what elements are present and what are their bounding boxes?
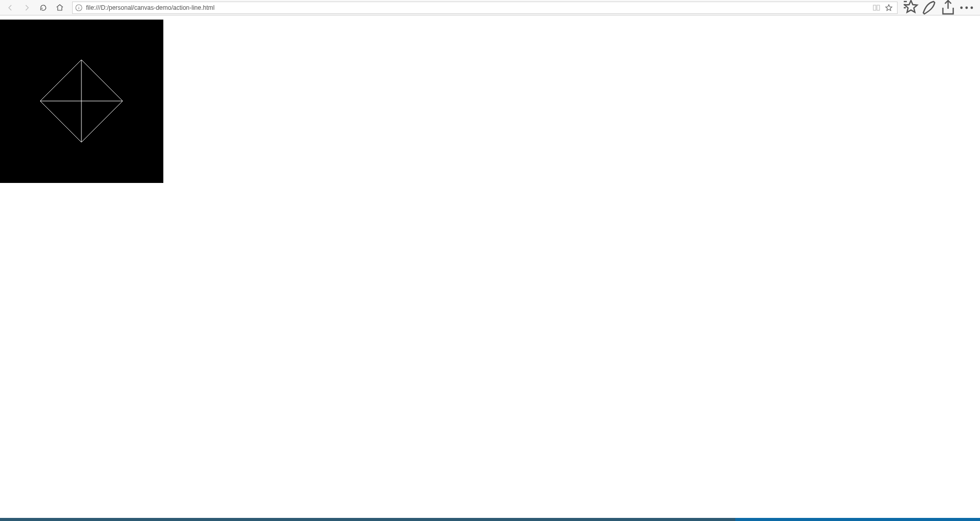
forward-button[interactable]: [19, 1, 35, 15]
pen-icon: [920, 0, 939, 17]
back-icon: [6, 4, 14, 12]
more-icon: [957, 0, 976, 17]
svg-point-9: [966, 6, 968, 9]
canvas-diamond: [0, 20, 163, 183]
share-button[interactable]: [939, 1, 957, 15]
address-bar[interactable]: [72, 2, 898, 14]
url-input[interactable]: [86, 4, 872, 11]
refresh-button[interactable]: [35, 1, 52, 15]
reading-view-icon[interactable]: [872, 4, 881, 12]
favorite-star-icon[interactable]: [885, 4, 893, 12]
home-icon: [56, 4, 64, 12]
browser-toolbar: [0, 0, 980, 15]
svg-point-8: [960, 6, 963, 9]
svg-rect-4: [877, 5, 880, 10]
svg-point-10: [971, 6, 973, 9]
right-toolbar: [902, 1, 978, 15]
refresh-icon: [39, 4, 47, 12]
back-button[interactable]: [2, 1, 19, 15]
notes-button[interactable]: [920, 1, 939, 15]
forward-icon: [23, 4, 31, 12]
page-content: [0, 15, 980, 521]
svg-rect-3: [873, 5, 876, 10]
share-icon: [939, 0, 957, 17]
site-info-icon[interactable]: [75, 4, 83, 12]
favorites-hub-button[interactable]: [902, 1, 920, 15]
more-button[interactable]: [957, 1, 976, 15]
home-button[interactable]: [52, 1, 68, 15]
favorites-hub-icon: [902, 0, 920, 17]
taskbar-hint: [0, 518, 980, 521]
